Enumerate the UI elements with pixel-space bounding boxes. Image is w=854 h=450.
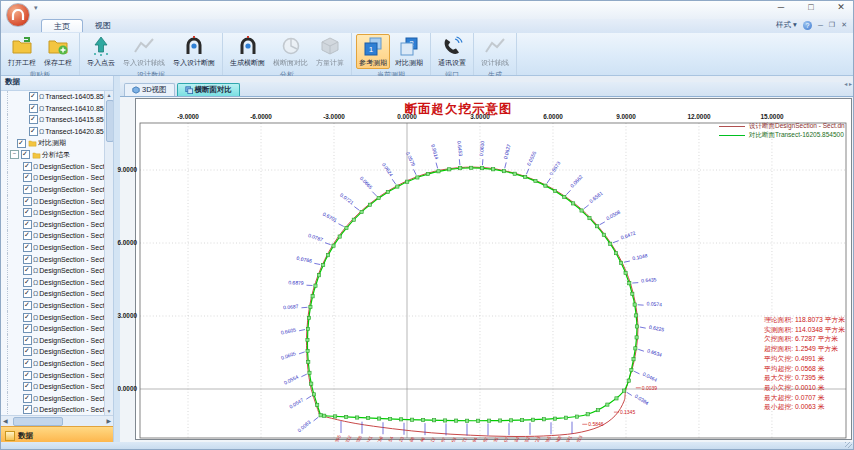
ribbon-close-icon[interactable]: ✕: [841, 21, 847, 29]
tree-item-design-section[interactable]: ✓ΩDesignSection - Sect: [1, 195, 113, 207]
tree-checkbox[interactable]: ✓: [23, 359, 32, 368]
ribbon-button-设计轴线[interactable]: 设计轴线: [478, 34, 512, 69]
tree-checkbox[interactable]: ✓: [23, 336, 32, 345]
section-icon: Ω: [33, 383, 38, 390]
measure-point-marker: [406, 180, 409, 183]
tree-checkbox[interactable]: ✓: [23, 313, 32, 322]
tree-item-compare-epoch[interactable]: ✓对比测期: [1, 137, 113, 149]
tree-checkbox[interactable]: ✓: [23, 324, 32, 333]
ribbon-button-导入设计轴线[interactable]: 导入设计轴线: [120, 34, 168, 69]
tree-checkbox[interactable]: ✓: [23, 185, 32, 194]
tree-item-design-section[interactable]: ✓ΩDesignSection - Sect: [1, 369, 113, 381]
ribbon-button-导入设计断面[interactable]: 导入设计断面: [170, 34, 218, 69]
scroll-left-icon[interactable]: ◀: [3, 417, 8, 425]
ribbon-minimize-icon[interactable]: ─: [818, 22, 823, 29]
tree-item-design-section[interactable]: ✓ΩDesignSection - Sect: [1, 219, 113, 231]
tree-checkbox[interactable]: ✓: [29, 92, 38, 101]
ribbon-button-横断面对比[interactable]: 横断面对比: [270, 34, 311, 69]
tree-checkbox[interactable]: ✓: [23, 231, 32, 240]
tree-item-design-section[interactable]: ✓ΩDesignSection - Sect: [1, 392, 113, 404]
tree-checkbox[interactable]: ✓: [29, 127, 38, 136]
tree-horizontal-scrollbar[interactable]: ◀ ▶: [1, 415, 113, 426]
close-button[interactable]: ✕: [833, 2, 849, 12]
panel-nav-icons[interactable]: ◂ ▸: [844, 80, 852, 87]
tree-item-design-section[interactable]: ✓ΩDesignSection - Sect: [1, 265, 113, 277]
resize-grip-icon[interactable]: [845, 442, 852, 448]
tree-vertical-scrollbar[interactable]: ▲▼: [104, 91, 113, 415]
tree-item-design-section[interactable]: ✓ΩDesignSection - Sect: [1, 288, 113, 300]
style-dropdown[interactable]: 样式 ▾: [776, 20, 797, 30]
scroll-thumb[interactable]: [13, 417, 63, 426]
view-tab-3D视图[interactable]: 3D视图: [124, 83, 175, 96]
tree-item-design-section[interactable]: ✓ΩDesignSection - Sect: [1, 172, 113, 184]
tree-checkbox[interactable]: ✓: [21, 150, 30, 159]
tree-checkbox[interactable]: ✓: [17, 139, 26, 148]
view-tab-横断面对比[interactable]: 横断面对比: [177, 83, 241, 96]
stat-row: 实测面积: 114.0348 平方米: [764, 325, 845, 335]
tree-checkbox[interactable]: ✓: [23, 278, 32, 287]
ribbon-tab-主页[interactable]: 主页: [41, 19, 83, 32]
deviation-tick: [584, 205, 589, 209]
scroll-down-icon[interactable]: ▼: [105, 407, 113, 415]
tree-item-design-section[interactable]: ✓ΩDesignSection - Sect: [1, 381, 113, 393]
tree-item-design-section[interactable]: ✓ΩDesignSection - Sect: [1, 277, 113, 289]
tree-item-design-section[interactable]: ✓ΩDesignSection - Sect: [1, 323, 113, 335]
tree-item-transect[interactable]: ✓ΩTransect-16415.85: [1, 114, 113, 126]
ribbon-button-方量计算[interactable]: 方量计算: [313, 34, 347, 69]
tree-item-transect[interactable]: ✓ΩTransect-16405.85: [1, 91, 113, 103]
tree-checkbox[interactable]: ✓: [23, 394, 32, 403]
scroll-up-icon[interactable]: ▲: [105, 91, 113, 99]
tree-checkbox[interactable]: ✓: [23, 197, 32, 206]
ribbon-button-参考测期[interactable]: 1参考测期: [356, 34, 390, 69]
ribbon-button-打开工程[interactable]: 打开工程: [5, 34, 39, 69]
tree-checkbox[interactable]: ✓: [23, 266, 32, 275]
tree-item-design-section[interactable]: ✓ΩDesignSection - Sect: [1, 161, 113, 173]
tree-expander-icon[interactable]: −: [10, 150, 19, 159]
ribbon-button-导入点云[interactable]: 导入点云: [84, 34, 118, 69]
tree-item-design-section[interactable]: ✓ΩDesignSection - Sect: [1, 358, 113, 370]
tree-item-design-section[interactable]: ✓ΩDesignSection - Sect: [1, 404, 113, 415]
tree-checkbox[interactable]: ✓: [23, 371, 32, 380]
tree-checkbox[interactable]: ✓: [23, 301, 32, 310]
maximize-button[interactable]: □: [803, 2, 819, 12]
tree-item-analysis-results[interactable]: −✓分析结果: [1, 149, 113, 161]
tree-item-design-section[interactable]: ✓ΩDesignSection - Sect: [1, 242, 113, 254]
tree-item-design-section[interactable]: ✓ΩDesignSection - Sect: [1, 230, 113, 242]
tree-item-design-section[interactable]: ✓ΩDesignSection - Sect: [1, 346, 113, 358]
minimize-button[interactable]: ─: [773, 2, 789, 12]
ribbon-button-对比测期[interactable]: 2对比测期: [392, 34, 426, 69]
ribbon-button-通讯设置[interactable]: 通讯设置: [435, 34, 469, 69]
tree-item-design-section[interactable]: ✓ΩDesignSection - Sect: [1, 334, 113, 346]
tree-checkbox[interactable]: ✓: [23, 220, 32, 229]
tree-checkbox[interactable]: ✓: [23, 208, 32, 217]
tree-checkbox[interactable]: ✓: [23, 255, 32, 264]
tree-checkbox[interactable]: ✓: [29, 115, 38, 124]
tree-item-transect[interactable]: ✓ΩTransect-16410.85: [1, 103, 113, 115]
tree-item-transect[interactable]: ✓ΩTransect-16420.85: [1, 126, 113, 138]
tree-item-design-section[interactable]: ✓ΩDesignSection - Sect: [1, 207, 113, 219]
tree-checkbox[interactable]: ✓: [23, 289, 32, 298]
ribbon-button-生成横断面[interactable]: 生成横断面: [227, 34, 268, 69]
ribbon-restore-icon[interactable]: ❐: [829, 21, 835, 29]
app-menu-caret-icon[interactable]: ▾: [34, 4, 38, 12]
ribbon-button-保存工程[interactable]: 保存工程: [41, 34, 75, 69]
help-icon[interactable]: ?: [803, 21, 812, 30]
tree-item-design-section[interactable]: ✓ΩDesignSection - Sect: [1, 311, 113, 323]
tree-checkbox[interactable]: ✓: [29, 104, 38, 113]
measure-point-marker: [345, 415, 348, 418]
scroll-right-icon[interactable]: ▶: [106, 417, 111, 425]
scroll-thumb[interactable]: [106, 100, 113, 142]
tree-checkbox[interactable]: ✓: [23, 162, 32, 171]
tree-checkbox[interactable]: ✓: [23, 347, 32, 356]
tree-checkbox[interactable]: ✓: [23, 382, 32, 391]
tree-item-design-section[interactable]: ✓ΩDesignSection - Sect: [1, 184, 113, 196]
tree-checkbox[interactable]: ✓: [23, 173, 32, 182]
section-chart[interactable]: -9.0000-6.0000-3.00000.00003.00006.00009…: [136, 99, 851, 439]
app-button[interactable]: [6, 3, 30, 27]
tree-item-design-section[interactable]: ✓ΩDesignSection - Sect: [1, 253, 113, 265]
tree-item-design-section[interactable]: ✓ΩDesignSection - Sect: [1, 300, 113, 312]
tree-checkbox[interactable]: ✓: [23, 405, 32, 414]
tree-checkbox[interactable]: ✓: [23, 243, 32, 252]
tree-indent: [7, 288, 22, 300]
ribbon-tab-视图[interactable]: 视图: [83, 19, 123, 32]
